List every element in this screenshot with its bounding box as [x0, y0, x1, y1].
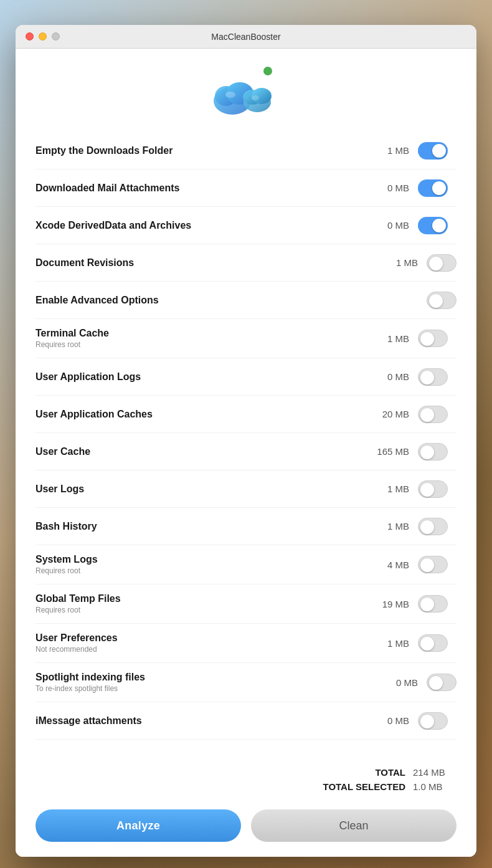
row-system-logs: System LogsRequires root4 MB [35, 545, 457, 584]
row-size-user-prefs: 1 MB [372, 638, 409, 649]
logo-area [16, 49, 476, 132]
titlebar: MacCleanBooster [16, 25, 476, 49]
row-sublabel-terminal-cache: Requires root [35, 340, 357, 349]
total-label: TOTAL [375, 767, 405, 778]
row-right-spotlight-indexing: 0 MB [357, 674, 457, 691]
row-right-user-prefs: 1 MB [357, 634, 457, 652]
row-right-imessage-attachments: 0 MB [357, 712, 457, 730]
row-label-mail-attachments: Downloaded Mail Attachments [35, 183, 357, 194]
toggle-knob-global-temp [420, 598, 434, 611]
row-right-empty-downloads: 1 MB [357, 142, 457, 160]
totals-section: TOTAL 214 MB TOTAL SELECTED 1.0 MB [35, 762, 457, 802]
row-info-user-app-logs: User Application Logs [35, 371, 357, 383]
row-sublabel-spotlight-indexing: To re-index spotlight files [35, 684, 357, 693]
row-sublabel-global-temp: Requires root [35, 606, 357, 614]
row-info-user-logs: User Logs [35, 484, 357, 495]
row-size-imessage-attachments: 0 MB [372, 715, 409, 726]
row-size-bash-history: 1 MB [372, 521, 409, 532]
row-right-user-app-logs: 0 MB [357, 368, 457, 386]
toggle-global-temp[interactable] [418, 595, 448, 613]
selected-value: 1.0 MB [413, 781, 457, 792]
toggle-user-cache[interactable] [418, 443, 448, 460]
row-right-user-logs: 1 MB [357, 480, 457, 498]
row-info-system-logs: System LogsRequires root [35, 554, 357, 575]
row-info-doc-revisions: Document Revisions [35, 257, 357, 269]
row-label-empty-downloads: Empty the Downloads Folder [35, 145, 357, 156]
row-mail-attachments: Downloaded Mail Attachments0 MB [35, 169, 457, 207]
toggle-track-user-cache [418, 443, 448, 460]
minimize-button[interactable] [39, 32, 47, 41]
toggle-user-app-logs[interactable] [418, 368, 448, 386]
content-area: Empty the Downloads Folder1 MB Downloade… [16, 132, 476, 752]
toggle-mail-attachments[interactable] [418, 179, 448, 197]
row-user-app-caches: User Application Caches20 MB [35, 396, 457, 433]
row-size-mail-attachments: 0 MB [372, 183, 409, 193]
row-label-user-logs: User Logs [35, 484, 357, 495]
row-info-global-temp: Global Temp FilesRequires root [35, 593, 357, 614]
row-label-system-logs: System Logs [35, 554, 357, 565]
svg-point-0 [263, 67, 272, 75]
toggle-track-doc-revisions [427, 254, 457, 272]
toggle-doc-revisions[interactable] [427, 254, 457, 272]
row-user-app-logs: User Application Logs0 MB [35, 358, 457, 396]
row-size-global-temp: 19 MB [372, 599, 409, 609]
clean-button[interactable]: Clean [251, 809, 457, 842]
toggle-track-empty-downloads [418, 142, 448, 160]
fullscreen-button[interactable] [52, 32, 60, 41]
toggle-track-terminal-cache [418, 330, 448, 347]
row-right-system-logs: 4 MB [357, 556, 457, 573]
toggle-xcode-data[interactable] [418, 217, 448, 234]
toggle-spotlight-indexing[interactable] [427, 674, 457, 691]
selected-label: TOTAL SELECTED [323, 781, 405, 792]
traffic-lights [26, 32, 60, 41]
row-size-doc-revisions: 1 MB [381, 257, 418, 268]
row-size-system-logs: 4 MB [372, 560, 409, 570]
row-info-xcode-data: Xcode DerivedData and Archives [35, 220, 357, 231]
row-info-user-cache: User Cache [35, 446, 357, 457]
toggle-user-app-caches[interactable] [418, 406, 448, 423]
toggle-knob-doc-revisions [429, 257, 443, 270]
toggle-knob-user-logs [420, 483, 434, 497]
footer: TOTAL 214 MB TOTAL SELECTED 1.0 MB Analy… [16, 752, 476, 857]
toggle-terminal-cache[interactable] [418, 330, 448, 347]
row-label-xcode-data: Xcode DerivedData and Archives [35, 220, 357, 231]
toggle-system-logs[interactable] [418, 556, 448, 573]
close-button[interactable] [26, 32, 34, 41]
row-label-global-temp: Global Temp Files [35, 593, 357, 604]
toggle-user-prefs[interactable] [418, 634, 448, 652]
toggle-track-system-logs [418, 556, 448, 573]
svg-point-8 [252, 95, 259, 100]
row-xcode-data: Xcode DerivedData and Archives0 MB [35, 207, 457, 244]
row-right-mail-attachments: 0 MB [357, 179, 457, 197]
analyze-button[interactable]: Analyze [35, 809, 241, 842]
toggle-track-bash-history [418, 518, 448, 535]
row-size-empty-downloads: 1 MB [372, 145, 409, 156]
row-label-user-cache: User Cache [35, 446, 357, 457]
toggle-bash-history[interactable] [418, 518, 448, 535]
row-right-advanced-options [357, 292, 457, 309]
row-size-terminal-cache: 1 MB [372, 333, 409, 344]
row-imessage-attachments: iMessage attachments0 MB [35, 702, 457, 740]
toggle-user-logs[interactable] [418, 480, 448, 498]
row-size-user-app-logs: 0 MB [372, 371, 409, 382]
toggle-knob-user-app-caches [420, 408, 434, 422]
row-info-imessage-attachments: iMessage attachments [35, 715, 357, 727]
row-label-advanced-options: Enable Advanced Options [35, 295, 357, 306]
toggle-track-imessage-attachments [418, 712, 448, 730]
window-title: MacCleanBooster [211, 32, 280, 42]
toggle-track-xcode-data [418, 217, 448, 234]
total-row: TOTAL 214 MB [375, 767, 457, 778]
toggle-advanced-options[interactable] [427, 292, 457, 309]
app-logo [209, 64, 283, 120]
toggle-track-user-prefs [418, 634, 448, 652]
toggle-empty-downloads[interactable] [418, 142, 448, 160]
toggle-track-advanced-options [427, 292, 457, 309]
row-info-user-app-caches: User Application Caches [35, 409, 357, 420]
row-label-user-app-logs: User Application Logs [35, 371, 357, 383]
total-value: 214 MB [413, 767, 457, 778]
row-info-mail-attachments: Downloaded Mail Attachments [35, 183, 357, 194]
row-user-prefs: User PreferencesNot recommended1 MB [35, 624, 457, 663]
toggle-imessage-attachments[interactable] [418, 712, 448, 730]
row-right-global-temp: 19 MB [357, 595, 457, 613]
row-info-bash-history: Bash History [35, 521, 357, 532]
